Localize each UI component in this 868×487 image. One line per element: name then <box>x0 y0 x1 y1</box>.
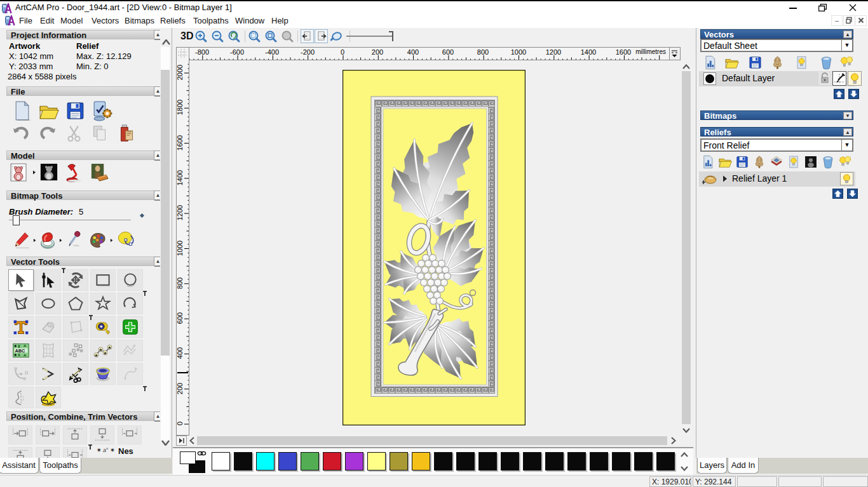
svg-text:ABC: ABC <box>15 348 25 354</box>
